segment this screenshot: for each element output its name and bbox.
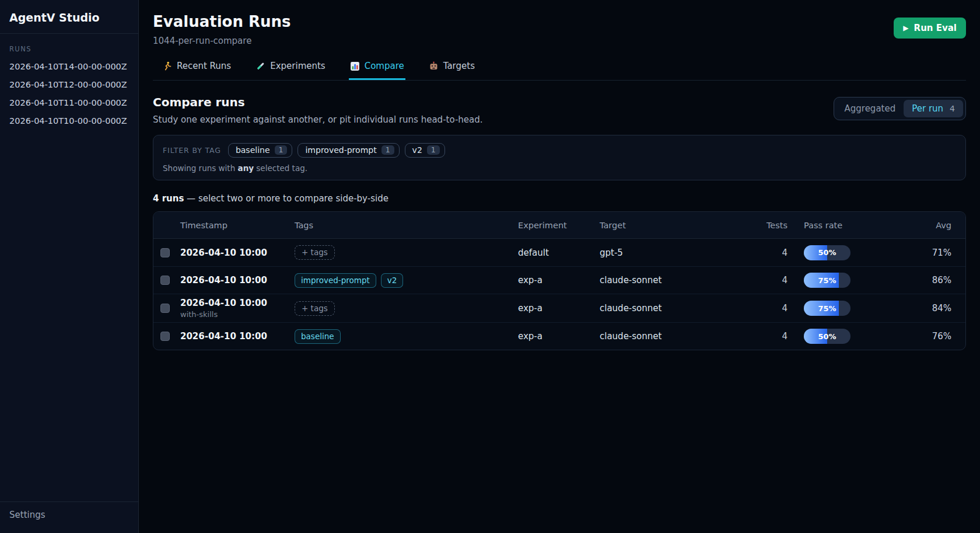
pass-rate-label: 50% (804, 245, 850, 260)
tab-label: Compare (365, 61, 404, 71)
sidebar-footer: Settings (0, 501, 138, 533)
tests-cell: 4 (746, 275, 788, 285)
filter-tag-v2[interactable]: v21 (405, 143, 445, 158)
play-icon: ▶ (903, 24, 908, 32)
compare-section-head: Compare runs Study one experiment agains… (153, 95, 966, 125)
toggle-per-run[interactable]: Per run 4 (904, 100, 963, 117)
avg-cell: 76% (850, 331, 951, 342)
column-header-pass-rate: Pass rate (788, 221, 850, 230)
pass-rate-pill: 50% (804, 329, 850, 344)
tab-recent-runs[interactable]: Recent Runs (161, 61, 232, 80)
app-title: AgentV Studio (0, 0, 138, 33)
filter-card: FILTER BY TAG baseline1improved-prompt1v… (153, 135, 966, 180)
page-title: Evaluation Runs (153, 13, 291, 30)
checkbox-cell (160, 304, 180, 313)
tests-cell: 4 (746, 303, 788, 313)
tag-improved-prompt[interactable]: improved-prompt (295, 273, 376, 288)
checkbox-cell (160, 248, 180, 257)
tab-compare[interactable]: Compare (349, 61, 405, 80)
pass-rate-pill: 50% (804, 245, 850, 260)
column-header-experiment: Experiment (518, 221, 600, 230)
row-checkbox[interactable] (160, 276, 170, 285)
run-timestamp: 2026-04-10 10:00 (180, 248, 295, 258)
pass-rate-pill: 75% (804, 301, 850, 316)
checkbox-cell (160, 332, 180, 341)
timestamp-cell: 2026-04-10 10:00 (180, 331, 295, 342)
tag-name: v2 (412, 145, 422, 155)
experiment-cell: exp-a (518, 303, 600, 313)
column-header-tags: Tags (295, 221, 518, 230)
pass-rate-label: 75% (804, 273, 850, 288)
tags-cell: improved-promptv2 (295, 273, 518, 288)
tab-targets[interactable]: Targets (428, 61, 476, 80)
row-checkbox[interactable] (160, 304, 170, 313)
tag-baseline[interactable]: baseline (295, 329, 341, 344)
tag-name: improved-prompt (305, 145, 376, 155)
page-header-text: Evaluation Runs 1044-per-run-compare (153, 13, 291, 46)
tab-bar: Recent RunsExperimentsCompareTargets (153, 61, 966, 81)
run-timestamp: 2026-04-10 10:00 (180, 298, 295, 308)
run-sublabel: with-skills (180, 310, 295, 319)
runs-section-label: RUNS (0, 34, 138, 58)
run-timestamp: 2026-04-10 10:00 (180, 275, 295, 285)
page-subtitle: 1044-per-run-compare (153, 36, 291, 46)
target-cell: claude-sonnet (600, 303, 746, 313)
target-cell: claude-sonnet (600, 275, 746, 285)
table-row: 2026-04-10 10:00baselineexp-aclaude-sonn… (153, 322, 965, 350)
filter-label: FILTER BY TAG (163, 146, 221, 155)
sidebar-item-run[interactable]: 2026-04-10T12-00-00-000Z (0, 76, 138, 94)
sidebar-item-run[interactable]: 2026-04-10T14-00-00-000Z (0, 58, 138, 76)
experiment-cell: exp-a (518, 275, 600, 285)
row-checkbox[interactable] (160, 248, 170, 257)
tab-label: Experiments (270, 61, 325, 71)
pass-rate-cell: 75% (788, 273, 850, 288)
sidebar-item-run[interactable]: 2026-04-10T11-00-00-000Z (0, 94, 138, 112)
compare-head-text: Compare runs Study one experiment agains… (153, 95, 483, 125)
showing-prefix: Showing runs with (163, 163, 238, 173)
avg-cell: 84% (850, 303, 951, 313)
table-header: TimestampTagsExperimentTargetTestsPass r… (153, 212, 965, 239)
target-cell: gpt-5 (600, 248, 746, 258)
timestamp-cell: 2026-04-10 10:00 (180, 275, 295, 285)
run-eval-button[interactable]: ▶ Run Eval (894, 18, 966, 39)
pass-rate-label: 50% (804, 329, 850, 344)
add-tags-button[interactable]: + tags (295, 245, 335, 260)
toggle-aggregated[interactable]: Aggregated (836, 100, 904, 117)
sidebar-runs-list: 2026-04-10T14-00-00-000Z2026-04-10T12-00… (0, 58, 138, 130)
tags-cell: baseline (295, 329, 518, 344)
tags-cell: + tags (295, 245, 518, 260)
avg-cell: 86% (850, 275, 951, 285)
tests-cell: 4 (746, 331, 788, 342)
table-body: 2026-04-10 10:00+ tagsdefaultgpt-5450%71… (153, 239, 965, 350)
robot-icon (429, 61, 439, 71)
sidebar-item-run[interactable]: 2026-04-10T10-00-00-000Z (0, 112, 138, 130)
sidebar-spacer (0, 130, 138, 501)
tag-v2[interactable]: v2 (381, 273, 404, 288)
sidebar-item-settings[interactable]: Settings (9, 510, 129, 520)
tab-label: Targets (443, 61, 475, 71)
runs-summary-rest: — select two or more to compare side-by-… (184, 193, 388, 204)
column-header-avg: Avg (850, 221, 951, 230)
filter-tag-baseline[interactable]: baseline1 (228, 143, 293, 158)
showing-any: any (238, 163, 254, 173)
timestamp-cell: 2026-04-10 10:00 (180, 248, 295, 258)
filter-chips: baseline1improved-prompt1v21 (228, 143, 445, 158)
tab-label: Recent Runs (177, 61, 231, 71)
tag-count: 1 (275, 145, 288, 155)
filter-row: FILTER BY TAG baseline1improved-prompt1v… (163, 143, 956, 158)
tag-count: 1 (427, 145, 440, 155)
experiment-cell: default (518, 248, 600, 258)
view-toggle: Aggregated Per run 4 (834, 97, 967, 120)
filter-tag-improved-prompt[interactable]: improved-prompt1 (298, 143, 399, 158)
table-row: 2026-04-10 10:00improved-promptv2exp-acl… (153, 266, 965, 294)
column-header-target: Target (600, 221, 746, 230)
column-header-tests: Tests (746, 221, 788, 230)
row-checkbox[interactable] (160, 332, 170, 341)
target-cell: claude-sonnet (600, 331, 746, 342)
add-tags-button[interactable]: + tags (295, 301, 335, 316)
tag-name: baseline (236, 145, 270, 155)
tab-experiments[interactable]: Experiments (254, 61, 326, 80)
pass-rate-label: 75% (804, 301, 850, 316)
showing-note: Showing runs with any selected tag. (163, 163, 956, 173)
pass-rate-pill: 75% (804, 273, 850, 288)
